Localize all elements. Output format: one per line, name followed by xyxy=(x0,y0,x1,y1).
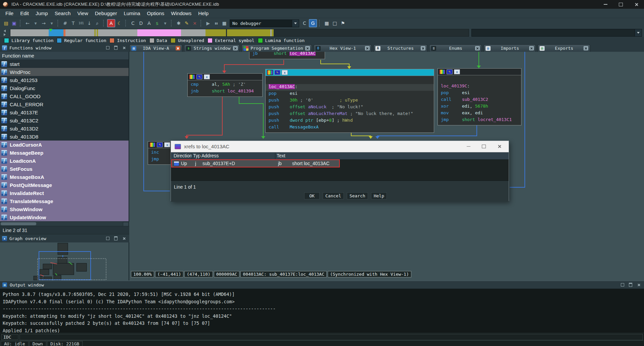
script-command-icon[interactable]: C xyxy=(301,20,308,27)
function-row-start[interactable]: fstart xyxy=(0,60,129,68)
help-button[interactable]: Help xyxy=(371,192,387,199)
debugger-pause-icon[interactable]: ▮▮ xyxy=(213,20,220,27)
tab-imports[interactable]: ▥Imports xyxy=(484,44,536,52)
debugger-start-icon[interactable]: ▶ xyxy=(204,20,212,27)
tab-close-icon[interactable] xyxy=(584,46,588,50)
navigator-scroll-arrows[interactable] xyxy=(2,29,7,36)
function-row-sub_401253[interactable]: fsub_401253 xyxy=(0,76,129,84)
function-row-sub_40137e[interactable]: fsub_40137E xyxy=(0,108,129,116)
block-edit-icon[interactable]: ✎ xyxy=(274,70,280,75)
create-struct-icon[interactable]: A xyxy=(145,20,153,27)
panel-float-icon[interactable] xyxy=(114,46,118,50)
menu-item-windows[interactable]: Windows xyxy=(168,9,195,17)
undefine-icon[interactable]: ✱ xyxy=(175,20,182,27)
navigate-forward-icon[interactable]: → xyxy=(40,20,47,27)
menu-item-options[interactable]: Options xyxy=(144,9,168,17)
function-row-showwindow[interactable]: fShowWindow xyxy=(0,205,129,213)
tab-program-segmentation[interactable]: Program Segmentation xyxy=(241,44,312,52)
tab-ida-view-a[interactable]: ▤IDA View-A xyxy=(129,44,182,52)
dialog-minimize-button[interactable] xyxy=(466,145,470,149)
tab-close-icon[interactable] xyxy=(475,46,480,50)
tab-close-icon[interactable] xyxy=(305,46,310,50)
menu-item-lumina[interactable]: Lumina xyxy=(120,9,143,17)
debugger-stop-icon[interactable]: ■ xyxy=(221,20,228,27)
function-row-messageboxa[interactable]: fMessageBoxA xyxy=(0,173,129,181)
function-row-call_good[interactable]: fCALL_GOOD xyxy=(0,92,129,100)
create-string-icon[interactable]: s xyxy=(153,20,161,27)
panel-close-icon[interactable] xyxy=(122,46,126,50)
panel-close-icon[interactable] xyxy=(637,283,641,287)
panel-float-icon[interactable] xyxy=(114,236,118,240)
notepad-icon[interactable]: ▦ xyxy=(323,20,330,27)
navigation-band[interactable] xyxy=(10,29,469,37)
tab-enums[interactable]: ≡Enums xyxy=(429,44,482,52)
lumina-icon[interactable]: ☾ xyxy=(116,20,123,27)
function-row-setfocus[interactable]: fSetFocus xyxy=(0,165,129,173)
cancel-button[interactable]: Cancel xyxy=(323,192,344,199)
column-header-direction[interactable]: Direction xyxy=(174,152,192,159)
function-row-sub_4013d8[interactable]: fsub_4013D8 xyxy=(0,132,129,141)
function-name-column-header[interactable]: Function name xyxy=(0,52,129,60)
panel-float-icon[interactable] xyxy=(629,283,633,287)
function-row-messagebeep[interactable]: fMessageBeep xyxy=(0,149,129,157)
column-header-address[interactable]: Address xyxy=(201,152,219,159)
column-separator[interactable] xyxy=(275,153,275,159)
tab-structures[interactable]: AStructures xyxy=(373,44,427,52)
scrollbar-thumb[interactable] xyxy=(1,222,36,225)
function-row-translatemessage[interactable]: fTranslateMessage xyxy=(0,197,129,205)
block-xrefs-icon[interactable]: x xyxy=(164,142,170,147)
function-row-loadcursora[interactable]: fLoadCursorA xyxy=(0,141,129,149)
column-header-text[interactable]: Text xyxy=(277,152,285,159)
xref-row[interactable]: Up j sub_40137E+D jb short loc_4013AC xyxy=(171,159,340,167)
asm-block-loc40139c[interactable]: ✎xloc_40139C:pop esicall sub_4013C2xor e… xyxy=(438,68,521,125)
function-row-postquitmessage[interactable]: fPostQuitMessage xyxy=(0,181,129,189)
search-button[interactable]: Search xyxy=(347,192,368,199)
debugger-combo-dropdown-icon[interactable] xyxy=(292,20,299,27)
window-maximize-button[interactable] xyxy=(613,0,629,9)
window-minimize-button[interactable] xyxy=(598,0,613,9)
column-separator[interactable] xyxy=(200,153,200,159)
menu-item-debugger[interactable]: Debugger xyxy=(92,9,121,17)
menu-item-view[interactable]: View xyxy=(74,9,91,17)
ok-button[interactable]: OK xyxy=(304,192,320,199)
function-row-sub_4013d2[interactable]: fsub_4013D2 xyxy=(0,124,129,132)
forward-history-dropdown-icon[interactable]: ▾ xyxy=(48,20,55,27)
function-row-updatewindow[interactable]: fUpdateWindow xyxy=(0,213,129,221)
address-combo[interactable] xyxy=(471,29,642,37)
delete-icon[interactable]: × xyxy=(191,20,198,27)
search-address-icon[interactable]: # xyxy=(61,20,69,27)
asm-block-cmp[interactable]: ✎xcmp al, 5Ah ; 'Z'jnb short loc_401394 xyxy=(187,73,263,97)
panel-close-icon[interactable] xyxy=(122,236,126,240)
block-colors-icon[interactable] xyxy=(267,70,273,75)
xrefs-table-header[interactable]: DirectionTypAddressText xyxy=(171,152,509,160)
asm-block-noluck[interactable]: ✎xloc_4013AC:pop esipush 30h ; '0' ; uTy… xyxy=(265,69,434,133)
menu-item-search[interactable]: Search xyxy=(51,9,74,17)
block-xrefs-icon[interactable]: x xyxy=(204,74,210,79)
tab-strings-window[interactable]: sStrings window xyxy=(184,44,240,52)
string-type-dropdown-icon[interactable]: ▾ xyxy=(162,20,169,27)
window-close-button[interactable] xyxy=(629,0,644,9)
dialog-close-button[interactable] xyxy=(497,145,501,149)
tab-close-icon[interactable] xyxy=(529,46,534,50)
column-separator[interactable] xyxy=(192,153,192,159)
tab-close-icon[interactable] xyxy=(233,46,238,50)
navigate-back-icon[interactable]: ← xyxy=(24,20,31,27)
error-list-icon[interactable]: A xyxy=(107,19,115,27)
new-instance-icon[interactable]: □ xyxy=(331,20,338,27)
search-icon[interactable]: ⌕ xyxy=(94,20,101,27)
block-colors-icon[interactable] xyxy=(439,69,445,74)
function-row-loadicona[interactable]: fLoadIconA xyxy=(0,157,129,165)
save-icon[interactable]: ▣ xyxy=(10,20,18,27)
menu-item-file[interactable]: File xyxy=(2,9,17,17)
tab-close-icon[interactable] xyxy=(176,46,180,50)
search-text-icon[interactable]: T xyxy=(70,20,77,27)
run-script-icon[interactable]: G xyxy=(309,19,317,27)
open-file-icon[interactable]: ▤ xyxy=(2,20,10,27)
tab-close-icon[interactable] xyxy=(365,46,370,50)
function-row-invalidaterect[interactable]: fInvalidateRect xyxy=(0,189,129,197)
tab-close-icon[interactable] xyxy=(421,46,425,50)
asm-block-jb-top[interactable]: jb short loc_4013AC xyxy=(249,52,325,59)
block-edit-icon[interactable]: ✎ xyxy=(447,69,453,74)
create-code-icon[interactable]: C xyxy=(129,20,137,27)
block-colors-icon[interactable] xyxy=(189,74,195,79)
